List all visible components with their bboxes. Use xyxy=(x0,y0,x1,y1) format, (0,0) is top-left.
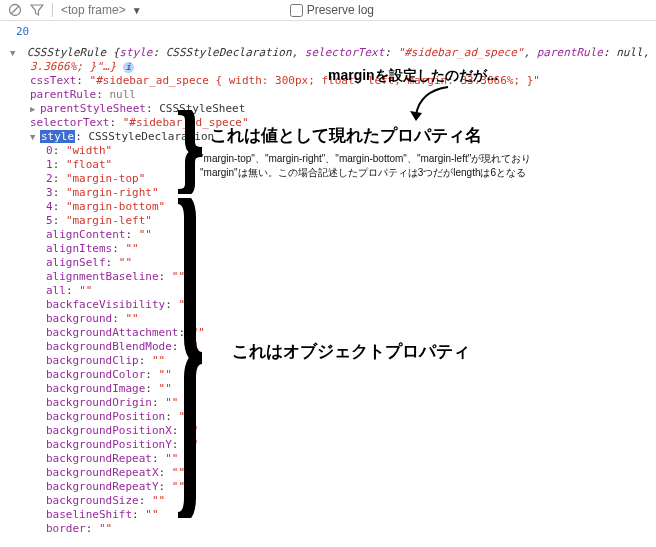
object-summary[interactable]: ▼ CSSStyleRule {style: CSSStyleDeclarati… xyxy=(10,46,652,60)
preserve-log-label: Preserve log xyxy=(307,3,374,17)
style-prop[interactable]: backgroundPosition: "" xyxy=(10,410,652,424)
style-prop[interactable]: backgroundImage: "" xyxy=(10,382,652,396)
clear-console-icon[interactable] xyxy=(8,3,22,17)
style-prop[interactable]: backgroundOrigin: "" xyxy=(10,396,652,410)
indexed-prop[interactable]: 3: "margin-right" xyxy=(10,186,652,200)
info-icon[interactable]: i xyxy=(123,62,134,73)
arrow-decoration xyxy=(410,85,456,123)
annotation-margin-set: marginを設定したのだが... xyxy=(328,67,498,85)
style-prop[interactable]: alignmentBaseline: "" xyxy=(10,270,652,284)
style-prop[interactable]: baselineShift: "" xyxy=(10,508,652,522)
preserve-log-checkbox[interactable] xyxy=(290,4,303,17)
style-prop[interactable]: backgroundRepeat: "" xyxy=(10,452,652,466)
style-prop[interactable]: backgroundPositionY: "" xyxy=(10,438,652,452)
indexed-prop[interactable]: 5: "margin-left" xyxy=(10,214,652,228)
object-tree: ▼ CSSStyleRule {style: CSSStyleDeclarati… xyxy=(0,42,656,546)
style-prop[interactable]: backgroundAttachment: "" xyxy=(10,326,652,340)
expand-arrow-icon[interactable]: ▼ xyxy=(10,46,20,60)
prop-parentRule[interactable]: parentRule: null xyxy=(10,88,652,102)
annotation-values-note1: "margin-top"、"margin-right"、"margin-bott… xyxy=(200,152,531,166)
style-prop[interactable]: background: "" xyxy=(10,312,652,326)
style-prop[interactable]: backgroundRepeatY: "" xyxy=(10,480,652,494)
indexed-prop[interactable]: 4: "margin-bottom" xyxy=(10,200,652,214)
style-prop[interactable]: backgroundSize: "" xyxy=(10,494,652,508)
chevron-down-icon: ▼ xyxy=(132,5,142,16)
style-prop[interactable]: backgroundPositionX: "" xyxy=(10,424,652,438)
console-toolbar: <top frame> ▼ Preserve log xyxy=(0,0,656,21)
expand-arrow-icon[interactable]: ▶ xyxy=(30,102,40,116)
filter-icon[interactable] xyxy=(30,3,44,17)
frame-label: <top frame> xyxy=(61,3,126,17)
annotation-values-note2: "margin"は無い。この場合記述したプロパティは3つだがlengthは6とな… xyxy=(200,166,526,180)
annotation-values: これは値として現れたプロパティ名 xyxy=(210,124,482,147)
style-prop[interactable]: border: "" xyxy=(10,522,652,536)
brace-decoration xyxy=(176,198,204,518)
style-prop[interactable]: alignContent: "" xyxy=(10,228,652,242)
style-prop[interactable]: alignSelf: "" xyxy=(10,256,652,270)
style-prop[interactable]: alignItems: "" xyxy=(10,242,652,256)
style-prop[interactable]: backgroundRepeatX: "" xyxy=(10,466,652,480)
style-prop[interactable]: all: "" xyxy=(10,284,652,298)
prop-parentStyleSheet[interactable]: ▶parentStyleSheet: CSSStyleSheet xyxy=(10,102,652,116)
annotation-object-props: これはオブジェクトプロパティ xyxy=(232,340,470,363)
expand-arrow-icon[interactable]: ▼ xyxy=(30,130,40,144)
style-prop[interactable]: backfaceVisibility: "" xyxy=(10,298,652,312)
preserve-log-toggle[interactable]: Preserve log xyxy=(290,3,374,17)
style-prop[interactable]: backgroundColor: "" xyxy=(10,368,652,382)
svg-line-1 xyxy=(11,6,18,13)
console-output-count: 20 xyxy=(0,21,656,42)
selected-key: style xyxy=(40,130,75,143)
frame-selector[interactable]: <top frame> ▼ xyxy=(52,3,142,17)
